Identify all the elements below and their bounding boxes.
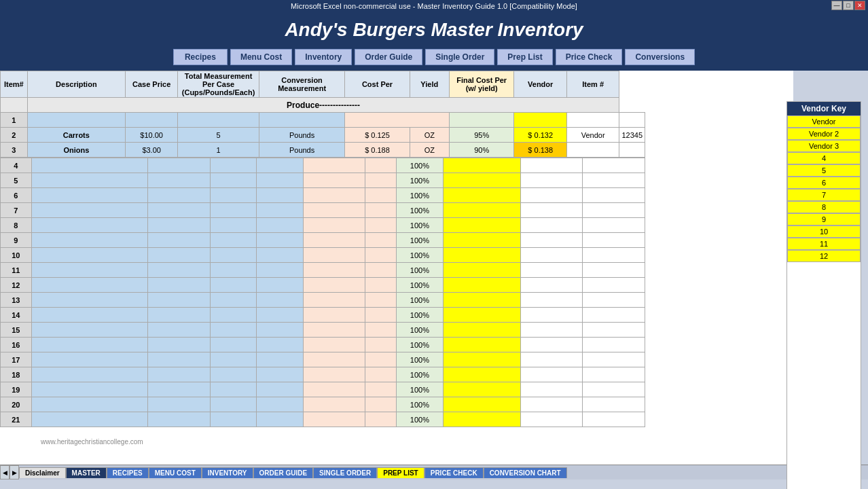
cell-yield[interactable]: 90%: [449, 143, 514, 158]
cell-final-cost[interactable]: $ 0.138: [514, 143, 567, 158]
cell-cost-per-val[interactable]: [303, 248, 365, 263]
cell-item-num[interactable]: [583, 338, 645, 352]
cell-desc[interactable]: [31, 203, 148, 218]
cell-vendor[interactable]: [521, 173, 583, 188]
cell-cost-per-unit[interactable]: [365, 203, 397, 218]
cell-cost-per-unit[interactable]: [365, 382, 397, 397]
cell-cost-per-unit[interactable]: [365, 188, 397, 203]
cell-desc[interactable]: [31, 263, 148, 278]
cell-final-cost[interactable]: $ 0.132: [514, 128, 567, 143]
cell-cost-per-val[interactable]: [303, 158, 365, 173]
cell-total-unit[interactable]: [257, 323, 304, 338]
cell-vendor[interactable]: [521, 367, 583, 382]
cell-vendor[interactable]: [521, 308, 583, 323]
cell-item-num[interactable]: [583, 233, 645, 248]
cell-cost-per-unit[interactable]: [365, 263, 397, 278]
cell-item-num[interactable]: [583, 263, 645, 278]
cell-item-num[interactable]: [583, 382, 645, 397]
cell-cost-per-val[interactable]: [303, 323, 365, 338]
cell-final-cost[interactable]: [443, 352, 520, 367]
cell-item-num[interactable]: [583, 188, 645, 203]
cell-total-unit[interactable]: [257, 293, 304, 308]
cell-cost-per-val[interactable]: [303, 352, 365, 367]
cell-yield[interactable]: 95%: [449, 128, 514, 143]
cell-item-num[interactable]: [583, 158, 645, 173]
cell-final-cost[interactable]: [443, 367, 520, 382]
cell-final-cost[interactable]: [443, 397, 520, 412]
cell-desc[interactable]: [31, 308, 148, 323]
cell-total-unit[interactable]: [257, 203, 304, 218]
vendor-key-item[interactable]: 6: [787, 177, 861, 189]
cell-yield[interactable]: 100%: [397, 263, 444, 278]
cell-cost-per-val[interactable]: [303, 382, 365, 397]
cell-total-unit[interactable]: [257, 352, 304, 367]
cell-total-unit[interactable]: [257, 188, 304, 203]
nav-single-order[interactable]: Single Order: [425, 49, 494, 65]
cell-case-price[interactable]: [126, 113, 178, 128]
vendor-key-item[interactable]: Vendor 3: [787, 140, 861, 152]
cell-case-price[interactable]: [148, 248, 210, 263]
cell-yield[interactable]: 100%: [397, 158, 444, 173]
cell-total-unit[interactable]: [257, 248, 304, 263]
cell-yield[interactable]: 100%: [397, 382, 444, 397]
cell-vendor[interactable]: [566, 113, 619, 128]
cell-vendor[interactable]: [521, 248, 583, 263]
nav-recipes[interactable]: Recipes: [173, 49, 228, 65]
cell-final-cost[interactable]: [443, 308, 520, 323]
cell-desc[interactable]: [31, 367, 148, 382]
cell-case-price[interactable]: [148, 397, 210, 412]
vendor-key-item[interactable]: 12: [787, 250, 861, 262]
cell-total-unit[interactable]: [257, 218, 304, 233]
cell-total-unit[interactable]: [257, 233, 304, 248]
cell-yield[interactable]: 100%: [397, 323, 444, 338]
cell-vendor[interactable]: [521, 203, 583, 218]
cell-case-price[interactable]: [148, 338, 210, 352]
cell-vendor[interactable]: [521, 278, 583, 293]
cell-item-num[interactable]: 12345: [619, 128, 645, 143]
cell-cost-per-unit[interactable]: [365, 233, 397, 248]
cell-total-meas[interactable]: [210, 352, 257, 367]
cell-yield[interactable]: 100%: [397, 218, 444, 233]
cell-final-cost[interactable]: [443, 233, 520, 248]
cell-final-cost[interactable]: [443, 158, 520, 173]
cell-item-num[interactable]: [583, 248, 645, 263]
cell-total-meas[interactable]: [210, 308, 257, 323]
cell-cost-per-val[interactable]: [303, 218, 365, 233]
cell-desc[interactable]: Carrots: [27, 128, 125, 143]
cell-yield[interactable]: 100%: [397, 352, 444, 367]
cell-final-cost[interactable]: [443, 203, 520, 218]
cell-cost-per-unit[interactable]: [365, 218, 397, 233]
cell-case-price[interactable]: [148, 173, 210, 188]
cell-total-unit[interactable]: Pounds: [259, 143, 344, 158]
cell-total-meas[interactable]: [210, 412, 257, 427]
vendor-key-item[interactable]: 4: [787, 152, 861, 164]
cell-case-price[interactable]: [148, 188, 210, 203]
cell-vendor[interactable]: [521, 412, 583, 427]
cell-final-cost[interactable]: [514, 113, 567, 128]
cell-cost-per-val[interactable]: [303, 188, 365, 203]
cell-desc[interactable]: [31, 158, 148, 173]
cell-total-meas[interactable]: [210, 382, 257, 397]
close-button[interactable]: ✕: [854, 1, 865, 10]
cell-total-unit[interactable]: Pounds: [259, 128, 344, 143]
cell-vendor[interactable]: [521, 397, 583, 412]
cell-case-price[interactable]: [148, 308, 210, 323]
cell-cost-per-unit[interactable]: [365, 173, 397, 188]
cell-case-price[interactable]: [148, 367, 210, 382]
cell-final-cost[interactable]: [443, 173, 520, 188]
cell-cost-per-unit[interactable]: [365, 278, 397, 293]
sheet-tab-conversion-chart[interactable]: CONVERSION CHART: [484, 467, 567, 478]
cell-yield[interactable]: 100%: [397, 203, 444, 218]
cell-total-meas[interactable]: [210, 233, 257, 248]
cell-final-cost[interactable]: [443, 218, 520, 233]
cell-item-num[interactable]: [583, 278, 645, 293]
cell-total-meas[interactable]: [210, 188, 257, 203]
cell-vendor[interactable]: [521, 323, 583, 338]
cell-yield[interactable]: 100%: [397, 173, 444, 188]
cell-case-price[interactable]: [148, 323, 210, 338]
cell-total-meas[interactable]: [210, 263, 257, 278]
cell-cost-per-unit[interactable]: [365, 293, 397, 308]
nav-conversions[interactable]: Conversions: [625, 49, 695, 65]
cell-total-unit[interactable]: [257, 263, 304, 278]
sheet-tab-recipes[interactable]: RECIPES: [107, 467, 149, 478]
